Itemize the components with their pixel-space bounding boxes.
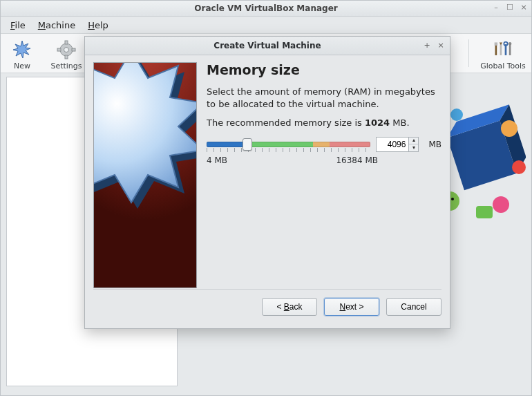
cancel-button[interactable]: Cancel [386, 298, 441, 316]
dialog-expand-icon[interactable]: + [422, 40, 432, 50]
toolbar-global-tools-button[interactable]: Global Tools [479, 37, 527, 70]
svg-rect-5 [57, 48, 61, 51]
spinbox-buttons: ▴ ▾ [409, 137, 419, 152]
close-icon[interactable]: × [519, 2, 529, 12]
dialog-graphic [93, 62, 197, 288]
slider-max-label: 16384 MB [336, 155, 378, 165]
svg-point-23 [512, 160, 526, 174]
svg-rect-3 [65, 41, 68, 44]
svg-rect-13 [509, 44, 511, 55]
svg-point-22 [493, 196, 509, 213]
menu-help[interactable]: Help [82, 19, 114, 32]
menu-file[interactable]: File [5, 19, 31, 32]
toolbar-new-button[interactable]: New [5, 37, 39, 70]
dialog-description: Select the amount of memory (RAM) in meg… [207, 86, 441, 110]
next-button[interactable]: Next > [324, 298, 379, 316]
toolbar-separator [468, 39, 469, 67]
svg-point-14 [509, 41, 511, 44]
new-icon [12, 39, 32, 60]
tools-icon [493, 39, 513, 60]
svg-rect-7 [495, 44, 497, 55]
svg-marker-0 [13, 41, 30, 58]
svg-marker-16 [444, 104, 513, 138]
spin-down-button[interactable]: ▾ [409, 144, 418, 151]
gear-icon [56, 39, 77, 60]
recommended-prefix: The recommended memory size is [207, 117, 365, 128]
memory-input[interactable] [376, 137, 409, 152]
dialog-titlebar[interactable]: Create Virtual Machine + × [85, 37, 450, 55]
main-titlebar[interactable]: Oracle VM VirtualBox Manager – ☐ × [1, 1, 531, 17]
svg-rect-15 [447, 121, 517, 191]
slider-track [207, 142, 370, 147]
svg-point-21 [501, 120, 517, 137]
dialog-heading: Memory size [207, 62, 441, 77]
toolbar-global-tools-label: Global Tools [480, 62, 526, 70]
minimize-icon[interactable]: – [491, 2, 501, 12]
memory-slider-row: ▴ ▾ MB [207, 136, 441, 153]
svg-point-12 [504, 41, 507, 45]
menu-machine[interactable]: Machine [32, 19, 81, 32]
slider-ticks [207, 148, 370, 152]
slider-range-labels: 4 MB 16384 MB [207, 155, 378, 165]
memory-slider[interactable] [207, 136, 370, 153]
maximize-icon[interactable]: ☐ [505, 2, 515, 12]
back-button[interactable]: < Back [262, 298, 317, 316]
svg-rect-9 [500, 44, 502, 55]
dialog-body: Memory size Select the amount of memory … [85, 55, 450, 289]
create-vm-dialog: Create Virtual Machine + × [84, 36, 450, 329]
main-window-controls: – ☐ × [491, 2, 529, 12]
slider-min-label: 4 MB [207, 155, 227, 165]
spin-up-button[interactable]: ▴ [409, 138, 418, 145]
toolbar-settings-label: Settings [50, 62, 82, 70]
dialog-main: Memory size Select the amount of memory … [207, 62, 441, 289]
dialog-title: Create Virtual Machine [213, 41, 321, 50]
recommended-suffix: MB. [390, 117, 409, 128]
main-window-title: Oracle VM VirtualBox Manager [194, 3, 337, 13]
menu-help-label: elp [95, 20, 108, 30]
svg-rect-6 [72, 48, 75, 51]
svg-rect-4 [65, 55, 68, 59]
cancel-label: Cancel [401, 302, 426, 312]
svg-marker-10 [500, 42, 502, 45]
svg-point-2 [64, 47, 69, 52]
svg-rect-25 [476, 206, 493, 218]
toolbar-settings-button[interactable]: Settings [49, 37, 84, 70]
slider-handle[interactable] [243, 138, 252, 151]
svg-rect-8 [495, 42, 497, 45]
svg-marker-17 [496, 104, 526, 173]
dialog-window-controls: + × [422, 40, 446, 50]
menu-machine-label: achine [46, 20, 75, 30]
dialog-recommended-text: The recommended memory size is 1024 MB. [207, 117, 441, 129]
dialog-close-icon[interactable]: × [436, 40, 446, 50]
recommended-value: 1024 [365, 117, 390, 128]
dialog-footer: < Back Next > Cancel [93, 289, 441, 324]
toolbar-new-label: New [14, 62, 30, 70]
menu-file-label: ile [15, 20, 26, 30]
memory-unit: MB [428, 140, 441, 149]
menubar: File Machine Help [1, 17, 531, 34]
svg-point-20 [451, 198, 454, 200]
svg-point-24 [450, 109, 463, 121]
memory-spinbox: ▴ ▾ [376, 137, 419, 152]
